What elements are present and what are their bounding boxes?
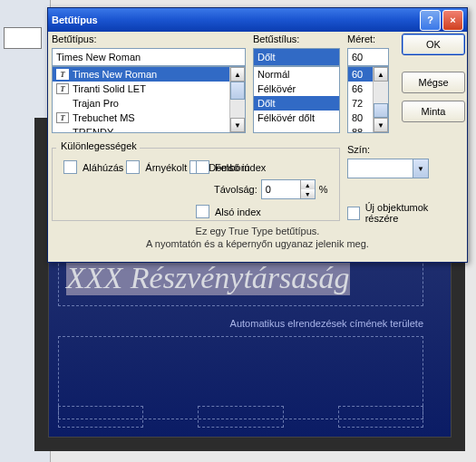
ok-button[interactable]: OK <box>402 34 465 55</box>
list-item[interactable]: Félkövér dőlt <box>254 111 339 125</box>
color-label: Szín: <box>347 144 454 155</box>
font-input[interactable] <box>52 48 246 66</box>
effects-label: Különlegességek <box>58 140 140 151</box>
font-hint-2: A nyomtatón és a képernyőn ugyanaz jelen… <box>48 238 467 249</box>
slide-thumb-placeholder[interactable] <box>58 406 143 428</box>
offset-label: Távolság: <box>214 184 257 195</box>
slide-title-text[interactable]: XXX Részvénytársaság <box>66 261 350 295</box>
scrollbar[interactable]: ▲ ▼ <box>229 67 245 132</box>
slide-thumb-placeholder[interactable] <box>198 406 283 428</box>
font-label: Betűtípus: <box>52 34 246 44</box>
style-label: Betűstílus: <box>253 34 340 44</box>
spinner-up-icon[interactable]: ▲ <box>300 180 315 189</box>
list-item[interactable]: Normál <box>254 67 339 82</box>
underline-checkbox[interactable]: Aláhúzás <box>63 160 123 174</box>
truetype-icon: T <box>56 83 69 94</box>
chevron-down-icon[interactable]: ▼ <box>413 159 428 178</box>
size-input[interactable] <box>347 48 389 66</box>
truetype-icon: T <box>56 112 69 123</box>
cancel-button[interactable]: Mégse <box>402 72 465 93</box>
spinner-down-icon[interactable]: ▼ <box>300 189 315 198</box>
font-hint-1: Ez egy True Type betűtípus. <box>48 226 467 236</box>
list-item: TRENDY <box>53 125 245 133</box>
help-button[interactable]: ? <box>420 10 441 31</box>
subscript-checkbox[interactable]: Alsó index <box>196 205 261 218</box>
toolbar-dropdown[interactable] <box>4 27 42 49</box>
font-listbox[interactable]: TTimes New Roman TTiranti Solid LET Traj… <box>52 66 246 133</box>
scroll-down-icon[interactable]: ▼ <box>230 118 245 132</box>
color-combo[interactable]: ▼ <box>347 159 429 178</box>
list-item[interactable]: Dőlt <box>254 96 339 111</box>
default-new-checkbox[interactable]: Új objektumok részére <box>347 202 454 224</box>
dialog-titlebar[interactable]: Betűtípus ? × <box>48 8 467 32</box>
close-button[interactable]: × <box>442 10 463 31</box>
size-listbox[interactable]: 60 66 72 80 88 ▲ ▼ <box>347 66 389 133</box>
style-listbox[interactable]: Normál Félkövér Dőlt Félkövér dőlt <box>253 66 340 133</box>
shadow-checkbox[interactable]: Árnyékolt <box>126 160 187 174</box>
scroll-up-icon[interactable]: ▲ <box>230 67 245 82</box>
scroll-down-icon[interactable]: ▼ <box>374 118 388 132</box>
scroll-up-icon[interactable]: ▲ <box>374 67 388 82</box>
scrollbar[interactable]: ▲ ▼ <box>373 67 388 132</box>
truetype-icon: T <box>56 69 69 80</box>
offset-spinner[interactable]: ▲▼ <box>261 179 316 199</box>
list-item: TTiranti Solid LET <box>53 82 245 96</box>
slide-subtitle-hint: Automatikus elrendezések címének terület… <box>58 318 423 332</box>
preview-button[interactable]: Minta <box>402 101 465 122</box>
list-item: TTimes New Roman <box>53 67 245 82</box>
font-dialog: Betűtípus ? × Betűtípus: TTimes New Roma… <box>47 7 468 263</box>
slide-thumb-placeholder[interactable] <box>338 406 423 428</box>
list-item: TTrebuchet MS <box>53 111 245 125</box>
size-label: Méret: <box>347 34 389 44</box>
style-input[interactable] <box>253 48 340 66</box>
scroll-thumb[interactable] <box>374 103 388 118</box>
dialog-title: Betűtípus <box>52 14 98 25</box>
scroll-thumb[interactable] <box>230 82 245 100</box>
superscript-checkbox[interactable]: Felső index <box>196 160 266 174</box>
list-item[interactable]: Félkövér <box>254 82 339 96</box>
list-item: Trajan Pro <box>53 96 245 111</box>
